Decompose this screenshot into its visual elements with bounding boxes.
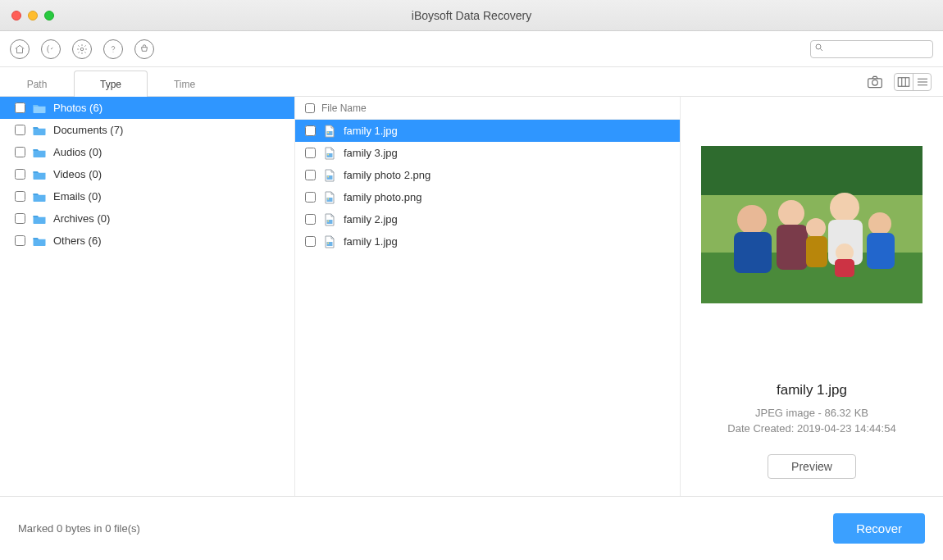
tab-type[interactable]: Type [74,71,148,97]
file-row[interactable]: family 2.jpg [295,208,680,230]
select-all-checkbox[interactable] [305,103,315,113]
sidebar-item-photos[interactable]: Photos (6) [0,97,294,119]
folder-icon [32,169,47,180]
svg-point-4 [872,80,878,85]
category-label: Audios (0) [53,146,102,158]
columns-view-button[interactable] [895,74,913,90]
list-view-button[interactable] [913,74,931,90]
file-name: family 2.jpg [344,213,398,225]
sidebar-item-documents[interactable]: Documents (7) [0,119,294,141]
svg-point-2 [816,44,821,49]
scan-button[interactable] [41,39,61,59]
svg-point-0 [80,48,84,51]
file-checkbox[interactable] [305,170,316,180]
search-input[interactable] [827,43,943,55]
svg-rect-24 [701,146,922,195]
category-checkbox[interactable] [15,191,25,202]
family-photo-placeholder [701,146,922,303]
svg-point-30 [830,193,859,222]
file-row[interactable]: family photo.png [295,186,680,208]
file-list: File Name family 1.jpgfamily 3.jpgfamily… [295,97,681,496]
category-checkbox[interactable] [15,102,25,113]
status-text: Marked 0 bytes in 0 file(s) [18,522,140,535]
home-icon [14,43,25,55]
image-file-icon [324,169,335,182]
category-checkbox[interactable] [15,125,25,135]
file-checkbox[interactable] [305,192,316,203]
svg-rect-27 [734,232,772,273]
scan-icon [45,43,57,55]
folder-icon [32,213,47,225]
sidebar-item-emails[interactable]: Emails (0) [0,185,294,207]
file-row[interactable]: family 1.jpg [295,230,680,253]
cart-button[interactable] [134,39,154,59]
footer: Marked 0 bytes in 0 file(s) Recover [0,496,943,560]
image-file-icon [324,191,335,204]
search-field[interactable]: ✕ [810,40,933,58]
category-checkbox[interactable] [15,169,25,180]
category-label: Photos (6) [53,102,102,114]
svg-point-14 [327,153,329,155]
file-row[interactable]: family photo 2.png [295,164,680,186]
preview-date-created: Date Created: 2019-04-23 14:44:54 [727,422,895,435]
preview-panel: family 1.jpg JPEG image - 86.32 KB Date … [681,97,943,496]
file-name: family photo.png [344,191,421,203]
svg-rect-29 [777,225,808,270]
svg-point-36 [806,218,826,238]
svg-point-1 [113,51,114,52]
settings-button[interactable] [72,39,92,59]
folder-icon [32,191,47,203]
cart-icon [139,43,150,55]
sidebar-item-archives[interactable]: Archives (0) [0,207,294,230]
file-checkbox[interactable] [305,236,316,247]
svg-point-22 [327,242,329,244]
sidebar-item-others[interactable]: Others (6) [0,230,294,252]
help-icon [107,43,119,55]
sidebar-item-audios[interactable]: Audios (0) [0,141,294,163]
gear-icon [76,43,88,55]
category-label: Videos (0) [53,168,102,180]
folder-icon [32,147,47,158]
sidebar: Photos (6)Documents (7)Audios (0)Videos … [0,97,295,496]
svg-rect-5 [898,77,909,86]
category-label: Archives (0) [53,212,110,225]
svg-point-26 [737,205,767,234]
toolbar: ✕ [0,31,943,67]
file-row[interactable]: family 1.jpg [295,120,680,142]
category-label: Documents (7) [53,124,123,136]
svg-point-16 [327,175,329,177]
folder-icon [32,102,47,114]
category-label: Others (6) [53,234,102,247]
tab-row: Path Type Time [0,67,943,97]
file-checkbox[interactable] [305,214,316,225]
file-name: family 1.jpg [344,125,398,137]
help-button[interactable] [103,39,123,59]
file-name: family 1.jpg [344,235,398,248]
svg-rect-19 [327,220,333,224]
svg-point-28 [778,200,804,226]
file-checkbox[interactable] [305,125,316,136]
view-controls [866,67,943,96]
camera-button[interactable] [866,74,884,90]
category-checkbox[interactable] [15,213,25,224]
image-file-icon [324,125,335,138]
svg-rect-15 [327,175,333,180]
preview-filename: family 1.jpg [777,382,847,398]
file-name: family photo 2.png [344,169,430,181]
category-label: Emails (0) [53,190,102,203]
file-checkbox[interactable] [305,148,316,158]
preview-type-size: JPEG image - 86.32 KB [755,407,868,419]
file-row[interactable]: family 3.jpg [295,142,680,164]
preview-button[interactable]: Preview [768,454,856,479]
folder-icon [32,235,47,247]
columns-icon [896,75,911,89]
svg-rect-17 [327,198,333,202]
tab-path[interactable]: Path [0,71,74,97]
file-list-header[interactable]: File Name [295,97,680,120]
recover-button[interactable]: Recover [833,513,925,544]
home-button[interactable] [10,39,30,59]
category-checkbox[interactable] [15,235,25,246]
tab-time[interactable]: Time [148,71,221,97]
sidebar-item-videos[interactable]: Videos (0) [0,163,294,185]
category-checkbox[interactable] [15,147,25,157]
